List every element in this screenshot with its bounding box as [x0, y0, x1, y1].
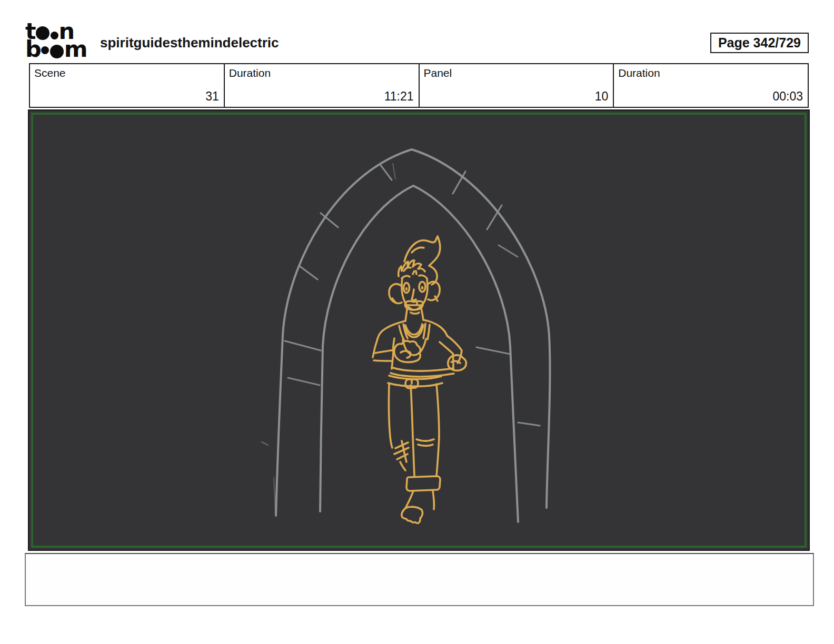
- caption-box: [25, 553, 814, 606]
- panel-label: Panel: [424, 67, 452, 79]
- project-title: spiritguidesthemindelectric: [100, 35, 279, 51]
- scene-duration-cell: Duration 11:21: [224, 64, 419, 107]
- toonboom-logo-row2: b m: [25, 42, 99, 59]
- logo-dot-icon: [41, 46, 49, 54]
- figure-sketch: [373, 236, 466, 523]
- panel-duration-label: Duration: [618, 67, 660, 79]
- storyboard-frame: [28, 109, 810, 551]
- panel-duration-value: 00:03: [772, 89, 803, 104]
- scene-label: Scene: [34, 67, 66, 79]
- scene-value: 31: [205, 89, 219, 104]
- logo-letter-m: m: [64, 41, 87, 57]
- scene-duration-label: Duration: [229, 67, 271, 79]
- logo-dot-icon: [50, 45, 64, 58]
- page-number-badge: Page 342/729: [710, 33, 809, 53]
- logo-letter-b: b: [25, 41, 41, 57]
- panel-info-row: Scene 31 Duration 11:21 Panel 10 Duratio…: [29, 63, 809, 108]
- panel-cell: Panel 10: [419, 64, 613, 107]
- scene-cell: Scene 31: [30, 64, 224, 107]
- logo-dot-icon: [51, 32, 58, 39]
- panel-duration-cell: Duration 00:03: [613, 64, 808, 107]
- storyboard-page: t n b m spiritguidesthemindelectric Page…: [0, 0, 834, 644]
- toonboom-logo: t n b m: [25, 24, 99, 59]
- scene-duration-value: 11:21: [384, 89, 414, 104]
- storyboard-sketch: [33, 115, 805, 546]
- panel-value: 10: [595, 89, 609, 104]
